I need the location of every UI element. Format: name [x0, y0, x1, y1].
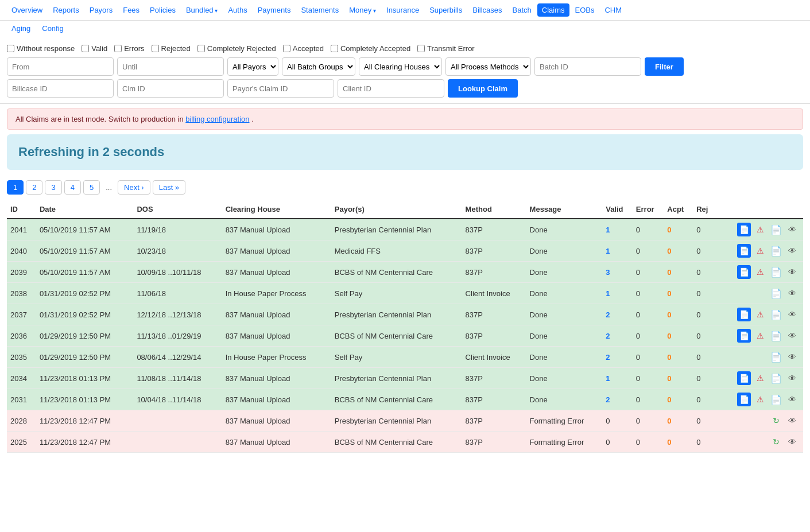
pdf-icon[interactable]: 📄	[769, 244, 783, 258]
download-icon[interactable]: 📄	[737, 223, 751, 236]
warning-icon[interactable]: ⚠	[753, 371, 767, 385]
nav-reports[interactable]: Reports	[48, 3, 84, 17]
warning-icon[interactable]: ⚠	[753, 308, 767, 321]
download-icon[interactable]: 📄	[737, 371, 751, 385]
checkbox-completely-accepted[interactable]: Completely Accepted	[331, 44, 410, 53]
checkbox-valid-input[interactable]	[82, 45, 89, 52]
batch-groups-select[interactable]: All Batch Groups	[282, 57, 355, 76]
pdf-icon[interactable]: 📄	[769, 350, 783, 364]
nav-policies[interactable]: Policies	[145, 3, 180, 17]
nav-claims[interactable]: Claims	[537, 3, 569, 17]
nav-batch[interactable]: Batch	[508, 3, 536, 17]
view-icon[interactable]: 👁	[785, 371, 799, 385]
warning-icon[interactable]: ⚠	[753, 265, 767, 279]
checkbox-without-response-input[interactable]	[7, 45, 14, 52]
warning-icon[interactable]: ⚠	[753, 393, 767, 406]
nav-overview[interactable]: Overview	[7, 3, 47, 17]
checkbox-completely-accepted-input[interactable]	[331, 45, 338, 52]
cell-acpt: 0	[664, 432, 693, 453]
nav-config[interactable]: Config	[37, 22, 68, 35]
pdf-icon[interactable]: 📄	[769, 265, 783, 279]
batch-id-input[interactable]	[534, 57, 641, 76]
view-icon[interactable]: 👁	[785, 286, 799, 300]
clm-id-input[interactable]	[117, 79, 224, 98]
billing-config-link[interactable]: billing configuration	[185, 115, 249, 123]
nav-payors[interactable]: Payors	[85, 3, 117, 17]
payor-claim-id-input[interactable]	[227, 79, 334, 98]
page-btn-1[interactable]: 1	[7, 180, 24, 195]
view-icon[interactable]: 👁	[785, 350, 799, 364]
checkbox-without-response[interactable]: Without response	[7, 44, 75, 53]
last-button[interactable]: Last »	[153, 180, 185, 195]
cell-actions: 📄👁	[716, 347, 803, 368]
warning-icon[interactable]: ⚠	[753, 329, 767, 343]
billcase-id-input[interactable]	[7, 79, 114, 98]
nav-bundled[interactable]: Bundled	[181, 3, 223, 17]
warning-icon[interactable]: ⚠	[753, 244, 767, 258]
nav-chm[interactable]: CHM	[600, 3, 626, 17]
filter-button[interactable]: Filter	[645, 57, 684, 76]
refresh-icon[interactable]: ↻	[769, 414, 783, 428]
pdf-icon[interactable]: 📄	[769, 286, 783, 300]
view-icon[interactable]: 👁	[785, 393, 799, 406]
download-icon[interactable]: 📄	[737, 308, 751, 321]
checkbox-completely-rejected[interactable]: Completely Rejected	[197, 44, 276, 53]
view-icon[interactable]: 👁	[785, 244, 799, 258]
checkbox-completely-rejected-input[interactable]	[197, 45, 205, 52]
next-button[interactable]: Next ›	[118, 180, 150, 195]
checkbox-transmit-error-input[interactable]	[417, 45, 425, 52]
nav-billcases[interactable]: Billcases	[468, 3, 506, 17]
checkbox-rejected[interactable]: Rejected	[152, 44, 191, 53]
view-icon[interactable]: 👁	[785, 308, 799, 321]
nav-fees[interactable]: Fees	[118, 3, 144, 17]
view-icon[interactable]: 👁	[785, 223, 799, 236]
pdf-icon[interactable]: 📄	[769, 223, 783, 236]
checkbox-valid[interactable]: Valid	[82, 44, 107, 53]
payors-select[interactable]: All Payors	[227, 57, 278, 76]
until-input[interactable]	[117, 57, 224, 76]
view-icon[interactable]: 👁	[785, 265, 799, 279]
page-btn-4[interactable]: 4	[64, 180, 81, 195]
nav-auths[interactable]: Auths	[223, 3, 251, 17]
action-icons: 📄👁	[719, 286, 800, 300]
cell-actions: ↻👁	[716, 410, 803, 432]
nav-superbills[interactable]: Superbills	[425, 3, 467, 17]
action-icons: 📄⚠📄👁	[719, 265, 800, 279]
checkbox-accepted[interactable]: Accepted	[283, 44, 324, 53]
nav-insurance[interactable]: Insurance	[382, 3, 424, 17]
cell-acpt: 0	[664, 325, 693, 347]
warning-icon[interactable]: ⚠	[753, 223, 767, 236]
pdf-icon[interactable]: 📄	[769, 308, 783, 321]
view-icon[interactable]: 👁	[785, 329, 799, 343]
nav-eobs[interactable]: EOBs	[571, 3, 599, 17]
page-btn-2[interactable]: 2	[26, 180, 42, 195]
cell-rej: 0	[693, 262, 716, 283]
checkbox-transmit-error[interactable]: Transmit Error	[417, 44, 475, 53]
process-methods-select[interactable]: All Process Methods	[445, 57, 531, 76]
pdf-icon[interactable]: 📄	[769, 371, 783, 385]
checkbox-errors-input[interactable]	[114, 45, 122, 52]
client-id-input[interactable]	[338, 79, 444, 98]
nav-aging[interactable]: Aging	[7, 22, 35, 35]
nav-statements[interactable]: Statements	[296, 3, 343, 17]
lookup-claim-button[interactable]: Lookup Claim	[448, 79, 518, 98]
download-icon[interactable]: 📄	[737, 329, 751, 343]
nav-payments[interactable]: Payments	[253, 3, 296, 17]
pdf-icon[interactable]: 📄	[769, 393, 783, 406]
pdf-icon[interactable]: 📄	[769, 329, 783, 343]
nav-money[interactable]: Money	[344, 3, 381, 17]
cell-rej: 0	[693, 219, 716, 240]
download-icon[interactable]: 📄	[737, 265, 751, 279]
checkbox-accepted-input[interactable]	[283, 45, 290, 52]
download-icon[interactable]: 📄	[737, 244, 751, 258]
checkbox-errors[interactable]: Errors	[114, 44, 144, 53]
view-icon[interactable]: 👁	[785, 435, 799, 449]
refresh-icon[interactable]: ↻	[769, 435, 783, 449]
page-btn-3[interactable]: 3	[45, 180, 61, 195]
page-btn-5[interactable]: 5	[83, 180, 100, 195]
download-icon[interactable]: 📄	[737, 393, 751, 406]
from-input[interactable]	[7, 57, 114, 76]
view-icon[interactable]: 👁	[785, 414, 799, 428]
checkbox-rejected-input[interactable]	[152, 45, 159, 52]
clearing-houses-select[interactable]: All Clearing Houses	[359, 57, 442, 76]
